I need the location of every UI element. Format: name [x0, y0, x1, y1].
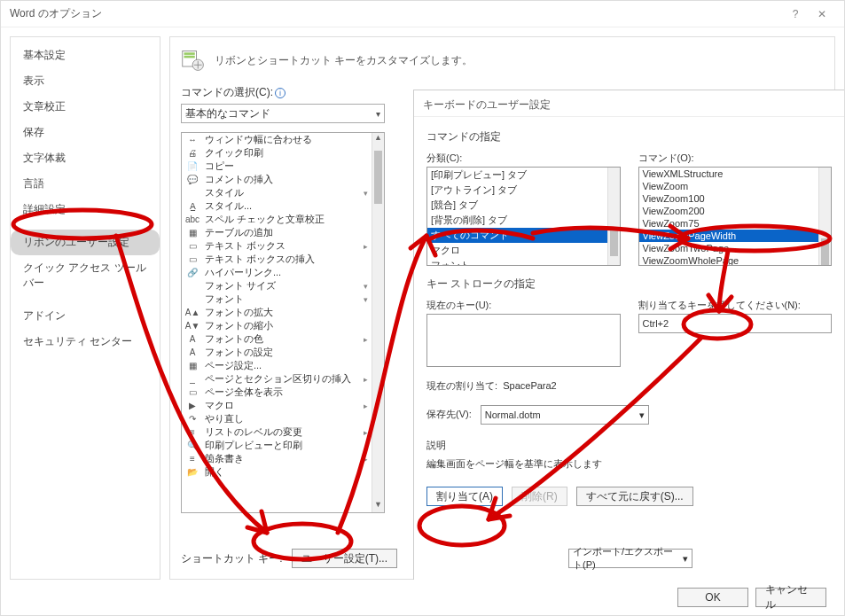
command-label: テキスト ボックス: [205, 239, 286, 253]
close-button[interactable]: ✕: [809, 8, 835, 20]
choose-commands-select[interactable]: 基本的なコマンド ▾: [181, 104, 385, 123]
command-listbox[interactable]: ViewXMLStructureViewZoomViewZoom100ViewZ…: [638, 167, 833, 266]
command-item[interactable]: ⎯ページとセクション区切りの挿入▸: [182, 372, 372, 386]
command-item[interactable]: 🔗ハイパーリンク...: [182, 266, 372, 279]
command-icon: A: [185, 347, 200, 359]
import-export-label: インポート/エクスポート(P): [573, 545, 683, 572]
command-label: 開く: [205, 465, 224, 479]
command-o-item[interactable]: ViewXMLStructure: [639, 168, 832, 180]
command-icon: [185, 280, 200, 292]
command-item[interactable]: スタイル▾: [182, 186, 372, 199]
command-o-item[interactable]: ViewZoom200: [639, 205, 832, 217]
current-key-box[interactable]: [426, 314, 621, 367]
submenu-icon: ▾: [364, 295, 368, 304]
command-item[interactable]: A▼フォントの縮小: [182, 319, 372, 332]
ribbon-customize-icon: [181, 48, 206, 73]
command-item[interactable]: 🖨クイック印刷: [182, 146, 372, 160]
save-to-select[interactable]: Normal.dotm ▾: [481, 405, 649, 425]
assign-button[interactable]: 割り当て(A): [426, 487, 503, 506]
choose-commands-value: 基本的なコマンド: [185, 106, 270, 121]
scroll-down-icon[interactable]: ▼: [372, 500, 384, 512]
command-item[interactable]: 💬コメントの挿入: [182, 173, 372, 186]
command-o-item[interactable]: ViewZoomTwoPage: [639, 242, 832, 254]
sidebar-item-7[interactable]: リボンのユーザー設定: [11, 230, 160, 255]
sidebar-item-8[interactable]: クイック アクセス ツール バー: [11, 255, 160, 296]
command-item[interactable]: 📂開く: [182, 465, 372, 479]
svg-rect-2: [184, 56, 195, 58]
dialog-title: キーボードのユーザー設定: [414, 94, 844, 117]
sidebar-item-0[interactable]: 基本設定: [11, 43, 160, 68]
ok-button[interactable]: OK: [677, 588, 748, 607]
submenu-icon: ▸: [364, 402, 368, 410]
category-item[interactable]: フォント: [427, 258, 620, 266]
sidebar-item-5[interactable]: 言語: [11, 171, 160, 197]
sidebar-item-9[interactable]: アドイン: [11, 303, 160, 329]
command-o-item[interactable]: ViewZoomPageWidth: [639, 230, 832, 242]
description-label: 説明: [426, 439, 832, 452]
command-label: 箇条書き: [205, 452, 244, 465]
command-item[interactable]: 🔍印刷プレビューと印刷: [182, 439, 372, 452]
command-o-item[interactable]: ViewZoom100: [639, 192, 832, 205]
category-item[interactable]: すべてのコマンド: [427, 228, 620, 243]
sidebar-item-4[interactable]: 文字体裁: [11, 145, 160, 171]
command-icon: 💬: [185, 174, 200, 186]
help-button[interactable]: ?: [782, 8, 809, 20]
command-item[interactable]: abcスペル チェックと文章校正: [182, 213, 372, 226]
command-item[interactable]: Aフォントの設定: [182, 346, 372, 359]
command-item[interactable]: Aフォントの色▸: [182, 332, 372, 346]
command-item[interactable]: ▦ページ設定...: [182, 359, 372, 372]
command-item[interactable]: フォント▾: [182, 292, 372, 306]
current-key-label: 現在のキー(U):: [426, 299, 621, 312]
command-item[interactable]: ≡箇条書き▸: [182, 452, 372, 465]
options-dialog: Word のオプション ? ✕ 基本設定表示文章校正保存文字体裁言語詳細設定リボ…: [0, 0, 845, 616]
sidebar-item-2[interactable]: 文章校正: [11, 94, 160, 120]
scrollbar[interactable]: ▲ ▼: [372, 133, 384, 512]
command-item[interactable]: ▭ページ全体を表示: [182, 386, 372, 399]
cancel-button[interactable]: キャンセル: [755, 588, 826, 607]
category-item[interactable]: [競合] タブ: [427, 198, 620, 213]
command-item[interactable]: A̲スタイル...: [182, 199, 372, 213]
command-label: ページ設定...: [205, 359, 262, 372]
command-item[interactable]: ↷やり直し: [182, 412, 372, 425]
scrollbar[interactable]: [818, 168, 831, 265]
command-o-item[interactable]: ViewZoomWholePage: [639, 254, 832, 266]
command-o-label: コマンド(O):: [638, 152, 833, 165]
new-key-input[interactable]: Ctrl+2: [638, 314, 833, 333]
sidebar-item-6[interactable]: 詳細設定: [11, 197, 160, 222]
command-item[interactable]: フォント サイズ▾: [182, 279, 372, 292]
command-label: フォント: [205, 292, 244, 306]
command-label: スタイル...: [205, 199, 252, 213]
command-item[interactable]: ▶マクロ▸: [182, 399, 372, 412]
command-item[interactable]: ↔ウィンドウ幅に合わせる: [182, 133, 372, 146]
reset-all-button[interactable]: すべて元に戻す(S)...: [576, 487, 693, 506]
sidebar-item-3[interactable]: 保存: [11, 120, 160, 145]
commands-listbox[interactable]: ↔ウィンドウ幅に合わせる🖨クイック印刷📄コピー💬コメントの挿入スタイル▾A̲スタ…: [181, 132, 385, 513]
sidebar-item-1[interactable]: 表示: [11, 68, 160, 94]
scrollbar[interactable]: [607, 168, 620, 265]
category-listbox[interactable]: [印刷プレビュー] タブ[アウトライン] タブ[競合] タブ[背景の削除] タブ…: [426, 167, 621, 266]
command-icon: ▦: [185, 360, 200, 372]
command-item[interactable]: ▦テーブルの追加: [182, 226, 372, 239]
command-item[interactable]: ▭テキスト ボックス▸: [182, 239, 372, 253]
sidebar-item-10[interactable]: セキュリティ センター: [11, 329, 160, 355]
command-item[interactable]: A▲フォントの拡大: [182, 306, 372, 319]
command-label: フォントの縮小: [205, 319, 273, 332]
command-icon: 🔗: [185, 267, 200, 279]
scroll-thumb[interactable]: [374, 151, 382, 204]
info-icon[interactable]: i: [275, 88, 286, 98]
category-item[interactable]: マクロ: [427, 243, 620, 258]
scroll-up-icon[interactable]: ▲: [372, 133, 384, 145]
command-item[interactable]: ≡リストのレベルの変更▸: [182, 425, 372, 439]
command-item[interactable]: 📄コピー: [182, 160, 372, 173]
category-item[interactable]: [印刷プレビュー] タブ: [427, 168, 620, 183]
import-export-select[interactable]: インポート/エクスポート(P) ▾: [568, 549, 692, 568]
command-o-item[interactable]: ViewZoom75: [639, 217, 832, 230]
command-icon: ▶: [185, 400, 200, 412]
customize-button[interactable]: ユーザー設定(T)...: [292, 549, 397, 568]
category-item[interactable]: [背景の削除] タブ: [427, 213, 620, 228]
command-label: テキスト ボックスの挿入: [205, 253, 315, 266]
command-label: 印刷プレビューと印刷: [205, 439, 302, 452]
command-item[interactable]: ▭テキスト ボックスの挿入: [182, 253, 372, 266]
command-o-item[interactable]: ViewZoom: [639, 180, 832, 192]
category-item[interactable]: [アウトライン] タブ: [427, 183, 620, 198]
